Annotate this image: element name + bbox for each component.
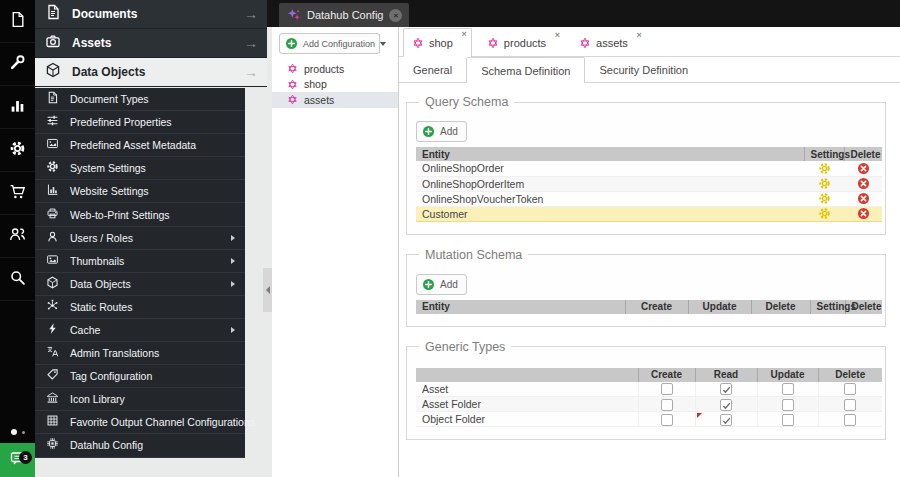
- column-header-delete[interactable]: Delete: [751, 300, 810, 314]
- add-configuration-dropdown[interactable]: [379, 34, 386, 53]
- delete-icon[interactable]: [857, 177, 870, 190]
- submenu-cache[interactable]: Cache: [35, 319, 245, 342]
- checkbox-asset-folder-delete[interactable]: [844, 399, 856, 411]
- delete-icon[interactable]: [857, 162, 870, 175]
- table-row[interactable]: Object Folder: [416, 412, 882, 427]
- sparkle-icon: [287, 8, 301, 22]
- configuration-tree-panel: Add Configuration products shop assets: [272, 27, 399, 477]
- document-tabbar: shop × products × assets ×: [399, 27, 900, 57]
- dirty-cell-marker: [697, 413, 702, 418]
- submenu-web-to-print[interactable]: Web-to-Print Settings: [35, 203, 245, 226]
- assets-camera-icon: [45, 33, 61, 53]
- mutation-schema-add-button[interactable]: Add: [416, 274, 467, 295]
- column-header-entity[interactable]: Entity: [416, 300, 625, 314]
- submenu-system-settings[interactable]: System Settings: [35, 157, 245, 180]
- column-header-create[interactable]: Create: [638, 368, 695, 382]
- delete-icon[interactable]: [857, 207, 870, 220]
- checkbox-object-folder-read[interactable]: [720, 414, 732, 426]
- checkbox-asset-create[interactable]: [661, 383, 673, 395]
- settings-gear-icon[interactable]: [818, 207, 831, 220]
- submenu-favorite-output-channels[interactable]: Favorite Output Channel Configurations: [35, 411, 245, 434]
- settings-nav-button[interactable]: [0, 129, 35, 172]
- menu-data-objects[interactable]: Data Objects →: [35, 58, 267, 87]
- delete-icon[interactable]: [857, 192, 870, 205]
- table-row-selected[interactable]: Customer: [416, 206, 882, 221]
- table-row[interactable]: Asset Folder: [416, 397, 882, 412]
- checkbox-object-folder-update[interactable]: [782, 414, 794, 426]
- submenu-users-roles[interactable]: Users / Roles: [35, 227, 245, 250]
- search-nav-button[interactable]: [0, 258, 35, 301]
- tree-item-shop[interactable]: shop: [272, 77, 398, 93]
- settings-gear-icon[interactable]: [818, 162, 831, 175]
- close-icon[interactable]: ×: [637, 31, 642, 40]
- documents-nav-button[interactable]: [0, 0, 35, 43]
- query-schema-add-button[interactable]: Add: [416, 121, 467, 142]
- checkbox-asset-folder-update[interactable]: [782, 399, 794, 411]
- table-row[interactable]: Asset: [416, 382, 882, 397]
- submenu-document-types[interactable]: Document Types: [35, 88, 245, 111]
- column-header-settings[interactable]: Settings: [810, 300, 845, 314]
- submenu-static-routes[interactable]: Static Routes: [35, 296, 245, 319]
- tools-nav-button[interactable]: [0, 43, 35, 86]
- settings-gear-icon[interactable]: [818, 177, 831, 190]
- gear-icon: [46, 159, 59, 177]
- close-icon[interactable]: ×: [389, 9, 402, 22]
- checkbox-asset-update[interactable]: [782, 383, 794, 395]
- submenu-thumbnails[interactable]: Thumbnails: [35, 250, 245, 273]
- menu-assets[interactable]: Assets →: [35, 29, 267, 58]
- column-header-create[interactable]: Create: [625, 300, 688, 314]
- column-header-delete[interactable]: Delete: [818, 368, 882, 382]
- documents-page-icon: [45, 4, 61, 24]
- hexagram-icon: [487, 37, 499, 49]
- column-header-settings[interactable]: Settings: [804, 147, 844, 161]
- tree-item-products[interactable]: products: [272, 61, 398, 77]
- hexagram-icon: [287, 79, 298, 90]
- settings-gear-icon[interactable]: [818, 192, 831, 205]
- notifications-button[interactable]: 3: [0, 443, 35, 477]
- column-header-entity[interactable]: Entity: [416, 147, 804, 161]
- submenu-caret-icon: [231, 327, 235, 333]
- column-header-update[interactable]: Update: [757, 368, 818, 382]
- checkbox-asset-delete[interactable]: [844, 383, 856, 395]
- cube-icon: [46, 275, 59, 293]
- workspace-tab-datahub-config[interactable]: Datahub Config ×: [279, 3, 409, 27]
- menu-documents[interactable]: Documents →: [35, 0, 267, 29]
- doc-tab-assets[interactable]: assets ×: [571, 30, 646, 56]
- checkbox-object-folder-create[interactable]: [661, 414, 673, 426]
- add-configuration-main[interactable]: Add Configuration: [280, 34, 379, 53]
- submenu-website-settings[interactable]: Website Settings: [35, 180, 245, 203]
- checkbox-asset-read[interactable]: [720, 383, 732, 395]
- checkbox-object-folder-delete[interactable]: [844, 414, 856, 426]
- submenu-icon-library[interactable]: Icon Library: [35, 388, 245, 411]
- image-metadata-icon: [46, 136, 59, 154]
- tab-security-definition[interactable]: Security Definition: [585, 57, 702, 82]
- submenu-caret-icon: [231, 258, 235, 264]
- panel-collapse-splitter[interactable]: [263, 268, 272, 312]
- close-icon[interactable]: ×: [462, 30, 467, 39]
- add-configuration-button[interactable]: Add Configuration: [279, 33, 380, 54]
- checkbox-asset-folder-read[interactable]: [720, 399, 732, 411]
- submenu-predefined-asset-metadata[interactable]: Predefined Asset Metadata: [35, 134, 245, 157]
- tree-item-assets[interactable]: assets: [272, 92, 398, 108]
- notification-count-badge: 3: [19, 451, 32, 464]
- close-icon[interactable]: ×: [555, 31, 560, 40]
- table-row[interactable]: OnlineShopVoucherToken: [416, 191, 882, 206]
- ecommerce-nav-button[interactable]: [0, 172, 35, 215]
- submenu-datahub-config[interactable]: Datahub Config: [35, 434, 245, 457]
- doc-tab-products[interactable]: products ×: [479, 30, 564, 56]
- submenu-data-objects[interactable]: Data Objects: [35, 273, 245, 296]
- reports-nav-button[interactable]: [0, 86, 35, 129]
- table-row[interactable]: OnlineShopOrderItem: [416, 176, 882, 191]
- doc-tab-shop[interactable]: shop ×: [403, 28, 472, 57]
- column-header-update[interactable]: Update: [688, 300, 751, 314]
- column-header-read[interactable]: Read: [695, 368, 757, 382]
- table-row[interactable]: OnlineShopOrder: [416, 161, 882, 176]
- submenu-predefined-properties[interactable]: Predefined Properties: [35, 111, 245, 134]
- workspace-tabbar: Datahub Config ×: [267, 0, 900, 27]
- customers-nav-button[interactable]: [0, 215, 35, 258]
- submenu-admin-translations[interactable]: Admin Translations: [35, 342, 245, 365]
- submenu-tag-configuration[interactable]: Tag Configuration: [35, 365, 245, 388]
- tab-schema-definition[interactable]: Schema Definition: [466, 57, 585, 83]
- tab-general[interactable]: General: [399, 57, 466, 82]
- checkbox-asset-folder-create[interactable]: [661, 399, 673, 411]
